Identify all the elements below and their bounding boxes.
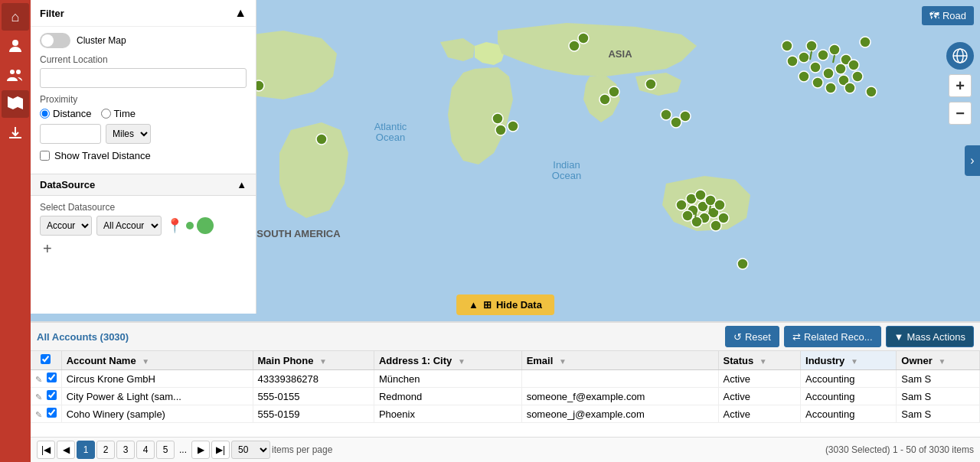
page-2-button[interactable]: 2	[96, 441, 115, 459]
sidebar-icon-people[interactable]	[2, 32, 29, 60]
cell-email-1: someone_f@example.com	[521, 388, 718, 405]
road-button[interactable]: 🗺 Road	[922, 6, 974, 25]
time-radio[interactable]	[101, 109, 111, 119]
table-row[interactable]: ✎ Circus Krone GmbH 43339386278 München …	[31, 370, 980, 388]
show-travel-checkbox[interactable]	[40, 151, 50, 161]
select-all-checkbox[interactable]	[41, 354, 51, 364]
show-travel-label[interactable]: Show Travel Distance	[40, 150, 247, 161]
row-edit-icon[interactable]: ✎	[35, 410, 42, 419]
sidebar-icon-group[interactable]	[2, 61, 29, 89]
filter-collapse-icon[interactable]: ▲	[234, 6, 247, 20]
cluster-map-label: Cluster Map	[77, 35, 126, 46]
filter-cluster-section: Cluster Map Current Location Proximity D…	[31, 27, 256, 174]
globe-button[interactable]	[946, 42, 974, 70]
mass-actions-button[interactable]: ▼ Mass Actions	[886, 326, 974, 347]
cell-phone-1: 555-0155	[253, 388, 374, 405]
row-checkbox-1[interactable]	[47, 390, 57, 400]
next-page-button[interactable]: ▶	[191, 441, 210, 459]
col-header-email[interactable]: Email ▼	[521, 351, 718, 370]
col-header-account[interactable]: Account Name ▼	[61, 351, 253, 370]
select-all-header[interactable]	[31, 351, 61, 370]
cell-owner-1: Sam S	[897, 388, 980, 405]
row-checkbox-0[interactable]	[47, 373, 57, 382]
page-3-button[interactable]: 3	[116, 441, 135, 459]
sort-icon-city: ▼	[458, 357, 466, 366]
sidebar-icon-home[interactable]: ⌂	[2, 3, 29, 31]
cell-email-2: someone_j@example.com	[521, 405, 718, 423]
indian-ocean-label: Indian	[553, 159, 580, 171]
sidebar-icon-download[interactable]	[2, 119, 29, 147]
page-4-button[interactable]: 4	[136, 441, 155, 459]
datasource-filter-select[interactable]: All Accour	[96, 216, 162, 236]
datasource-pin-icon[interactable]: 📍	[166, 217, 183, 234]
related-records-button[interactable]: ⇄ Related Reco...	[784, 326, 881, 347]
sort-icon-phone: ▼	[319, 357, 327, 366]
row-checkbox-2[interactable]	[47, 408, 57, 418]
datasource-type-select[interactable]: Accour	[40, 216, 92, 236]
cell-phone-2: 555-0159	[253, 405, 374, 423]
distance-radio[interactable]	[40, 109, 50, 119]
svg-point-30	[508, 121, 518, 132]
cell-account-0: Circus Krone GmbH	[61, 370, 253, 388]
cell-status-0: Active	[718, 370, 801, 388]
col-header-status[interactable]: Status ▼	[718, 351, 801, 370]
svg-marker-3	[8, 96, 23, 109]
page-5-button[interactable]: 5	[156, 441, 175, 459]
zoom-out-button[interactable]: −	[949, 102, 972, 125]
hide-data-label: Hide Data	[496, 299, 542, 311]
col-header-phone[interactable]: Main Phone ▼	[253, 351, 374, 370]
cell-account-1: City Power & Light (sam...	[61, 388, 253, 405]
hide-data-up-icon: ▲	[469, 299, 479, 311]
svg-point-10	[799, 52, 809, 63]
svg-point-35	[676, 200, 687, 210]
data-panel: All Accounts (3030) ↺ Reset ⇄ Related Re…	[31, 321, 980, 462]
reset-button[interactable]: ↺ Reset	[725, 326, 779, 347]
marker-nz	[737, 259, 748, 269]
col-header-industry[interactable]: Industry ▼	[801, 351, 897, 370]
datasource-header[interactable]: DataSource ▲	[31, 174, 256, 196]
svg-point-11	[829, 44, 840, 55]
col-header-city[interactable]: Address 1: City ▼	[374, 351, 521, 370]
cell-owner-2: Sam S	[897, 405, 980, 423]
current-location-input[interactable]	[40, 68, 247, 88]
last-page-button[interactable]: ▶|	[211, 441, 230, 459]
items-per-page-select[interactable]: 50 25 100	[231, 441, 270, 459]
svg-text:Ocean: Ocean	[376, 132, 405, 143]
asia-label: ASIA	[608, 48, 632, 60]
page-1-button[interactable]: 1	[77, 441, 95, 459]
table-row[interactable]: ✎ City Power & Light (sam... 555-0155 Re…	[31, 388, 980, 405]
svg-text:Ocean: Ocean	[552, 170, 581, 181]
sort-icon-account: ▼	[142, 357, 149, 366]
cell-phone-0: 43339386278	[253, 370, 374, 388]
row-edit-icon[interactable]: ✎	[35, 375, 42, 384]
sidebar-icon-map[interactable]	[2, 90, 29, 118]
marker-india	[599, 94, 610, 105]
mass-actions-icon: ▼	[894, 331, 904, 343]
filter-header: Filter ▲	[31, 0, 256, 27]
add-datasource-button[interactable]: +	[40, 240, 247, 258]
cell-city-2: Phoenix	[374, 405, 521, 423]
hide-data-button[interactable]: ▲ ⊞ Hide Data	[456, 294, 554, 315]
datasource-title: DataSource	[40, 179, 95, 190]
cluster-map-toggle[interactable]	[40, 33, 70, 48]
proximity-label: Proximity	[40, 94, 247, 105]
proximity-value-input[interactable]	[40, 124, 101, 144]
datasource-dot-icon	[186, 222, 194, 229]
south-america-label: SOUTH AMERICA	[256, 228, 341, 239]
page-ellipsis: ...	[176, 444, 190, 455]
zoom-in-button[interactable]: +	[949, 74, 972, 97]
road-map-icon: 🗺	[929, 10, 939, 21]
time-radio-label[interactable]: Time	[101, 108, 136, 119]
prev-page-button[interactable]: ◀	[57, 441, 75, 459]
unit-select[interactable]: Miles Km	[106, 124, 151, 144]
row-icon-cell-2: ✎	[31, 405, 61, 423]
svg-rect-4	[9, 137, 21, 138]
table-row[interactable]: ✎ Coho Winery (sample) 555-0159 Phoenix …	[31, 405, 980, 423]
distance-radio-label[interactable]: Distance	[40, 108, 92, 119]
related-icon: ⇄	[792, 331, 801, 343]
row-edit-icon[interactable]: ✎	[35, 392, 42, 402]
map-right-arrow[interactable]: ›	[965, 145, 980, 176]
col-header-owner[interactable]: Owner ▼	[897, 351, 980, 370]
first-page-button[interactable]: |◀	[37, 441, 55, 459]
svg-point-29	[578, 33, 589, 44]
